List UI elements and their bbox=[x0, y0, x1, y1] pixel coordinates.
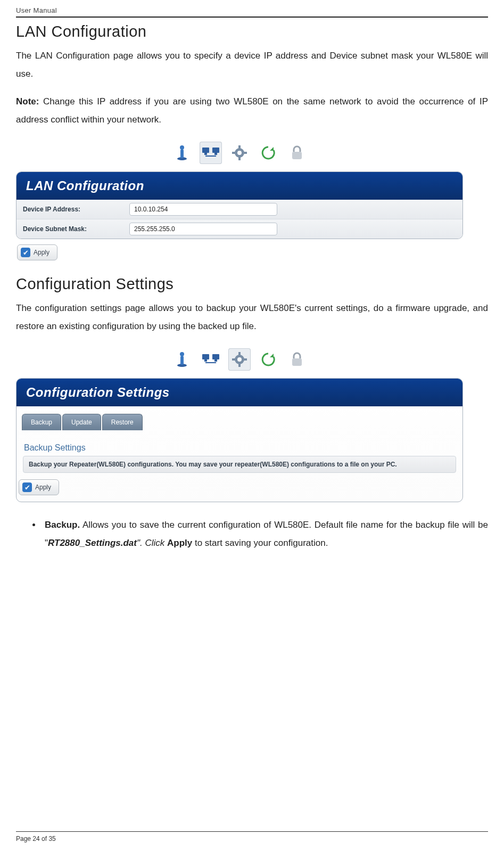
svg-rect-4 bbox=[212, 148, 219, 153]
page-footer: Page 24 of 35 bbox=[16, 831, 488, 842]
heading-config-settings: Configuration Settings bbox=[16, 275, 488, 293]
backup-info: Backup your Repeater(WL580E) configurati… bbox=[23, 456, 456, 473]
svg-rect-24 bbox=[238, 364, 241, 367]
svg-point-2 bbox=[180, 145, 184, 150]
info-icon[interactable] bbox=[171, 142, 193, 164]
svg-rect-15 bbox=[180, 356, 184, 365]
bullet-backup-filename: RT2880_Settings.dat bbox=[48, 538, 137, 548]
apply-label: Apply bbox=[35, 484, 51, 491]
svg-rect-12 bbox=[244, 152, 247, 154]
apply-button[interactable]: ✔ Apply bbox=[19, 479, 59, 495]
config-settings-panel: Configuration Settings Backup Update Res… bbox=[16, 378, 463, 502]
figure-config-settings: Configuration Settings Backup Update Res… bbox=[16, 345, 463, 502]
svg-rect-17 bbox=[202, 354, 209, 359]
page-number: Page 24 of 35 bbox=[16, 835, 488, 842]
label-subnet: Device Subnet Mask: bbox=[23, 225, 129, 233]
svg-rect-23 bbox=[238, 352, 241, 355]
svg-rect-20 bbox=[214, 359, 217, 362]
info-icon[interactable] bbox=[171, 348, 193, 371]
tab-restore[interactable]: Restore bbox=[102, 414, 143, 430]
apply-button[interactable]: ✔ Apply bbox=[17, 244, 57, 260]
refresh-icon[interactable] bbox=[257, 142, 279, 164]
lan-config-panel: LAN Configuration Device IP Address: Dev… bbox=[16, 171, 463, 239]
bullet-backup-apply: Apply bbox=[167, 538, 192, 548]
svg-point-8 bbox=[237, 151, 242, 155]
check-icon: ✔ bbox=[22, 482, 32, 492]
svg-rect-27 bbox=[292, 358, 302, 366]
svg-rect-18 bbox=[212, 354, 219, 359]
para-config-intro: The configuration settings page allows y… bbox=[16, 299, 488, 336]
bullet-backup-text-c: to start saving your configuration. bbox=[192, 538, 328, 548]
lock-icon[interactable] bbox=[286, 348, 308, 371]
para-lan-note: Note: Change this IP address if you are … bbox=[16, 93, 488, 129]
svg-rect-5 bbox=[204, 153, 207, 155]
para-lan-intro: The LAN Configuration page allows you to… bbox=[16, 47, 488, 83]
svg-rect-11 bbox=[232, 152, 235, 154]
check-icon: ✔ bbox=[21, 248, 30, 257]
row-ip-address: Device IP Address: bbox=[16, 200, 462, 219]
svg-rect-13 bbox=[292, 152, 302, 159]
svg-rect-6 bbox=[214, 153, 217, 155]
toolbar bbox=[16, 138, 463, 166]
footer-rule bbox=[16, 831, 488, 832]
row-subnet: Device Subnet Mask: bbox=[16, 219, 462, 239]
label-ip-address: Device IP Address: bbox=[23, 206, 129, 213]
figure-lan-config: LAN Configuration Device IP Address: Dev… bbox=[16, 138, 463, 261]
note-label: Note: bbox=[16, 96, 39, 107]
note-body: Change this IP address if you are using … bbox=[16, 96, 488, 125]
input-ip-address[interactable] bbox=[129, 203, 277, 216]
header-rule bbox=[16, 17, 488, 18]
gear-icon[interactable] bbox=[228, 348, 251, 371]
tab-update[interactable]: Update bbox=[62, 414, 101, 430]
network-icon[interactable] bbox=[200, 142, 222, 164]
tab-backup[interactable]: Backup bbox=[22, 414, 61, 430]
apply-label: Apply bbox=[34, 249, 49, 256]
refresh-icon[interactable] bbox=[257, 348, 279, 371]
svg-rect-9 bbox=[238, 145, 241, 149]
svg-rect-10 bbox=[238, 157, 241, 160]
subheading-backup: Backup Settings bbox=[24, 443, 462, 453]
svg-rect-1 bbox=[180, 149, 184, 158]
svg-rect-26 bbox=[244, 358, 247, 361]
bullet-backup: Backup. Allows you to save the current c… bbox=[42, 516, 488, 552]
svg-point-22 bbox=[237, 357, 242, 362]
panel-title: LAN Configuration bbox=[16, 172, 462, 200]
svg-rect-19 bbox=[204, 359, 207, 362]
lock-icon[interactable] bbox=[286, 142, 308, 164]
bullet-list: Backup. Allows you to save the current c… bbox=[42, 516, 488, 552]
panel-title: Configuration Settings bbox=[16, 379, 462, 406]
running-header: User Manual bbox=[16, 6, 488, 14]
bullet-backup-text-b: ". Click bbox=[137, 538, 167, 548]
heading-lan-configuration: LAN Configuration bbox=[16, 23, 488, 40]
svg-rect-25 bbox=[232, 358, 235, 361]
bullet-backup-label: Backup. bbox=[45, 520, 80, 530]
tabs: Backup Update Restore bbox=[22, 414, 462, 430]
svg-point-16 bbox=[180, 352, 184, 356]
svg-rect-3 bbox=[202, 148, 209, 153]
input-subnet[interactable] bbox=[129, 223, 277, 235]
gear-icon[interactable] bbox=[228, 142, 251, 164]
toolbar bbox=[16, 345, 463, 373]
network-icon[interactable] bbox=[200, 348, 222, 371]
